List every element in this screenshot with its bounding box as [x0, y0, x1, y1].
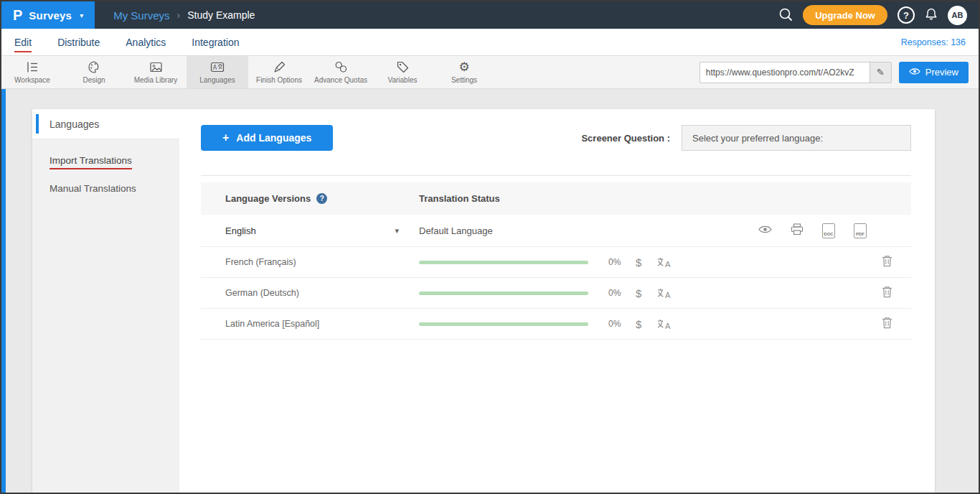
upgrade-now-button[interactable]: Upgrade Now: [803, 5, 887, 25]
paid-translation-icon[interactable]: $: [636, 256, 641, 269]
search-button[interactable]: [778, 7, 793, 24]
topbar-actions: Upgrade Now ? AB: [778, 5, 979, 25]
notifications-button[interactable]: [925, 7, 938, 23]
col-language-versions: Language Versions ?: [201, 193, 419, 204]
language-name: French (Français): [225, 257, 296, 267]
svg-text:A: A: [665, 321, 671, 330]
edit-url-button[interactable]: ✎: [870, 62, 891, 83]
content-area: Languages Import Translations Manual Tra…: [1, 89, 979, 493]
screener-question-select[interactable]: Select your preferred language:: [682, 125, 911, 151]
language-name: Latin America [Español]: [225, 319, 319, 329]
delete-language-button[interactable]: [882, 317, 911, 331]
translate-icon[interactable]: A: [657, 319, 672, 330]
translation-percent: 0%: [608, 288, 628, 298]
palette-icon: [88, 60, 101, 74]
toolbar-item-media-library[interactable]: Media Library: [125, 56, 187, 88]
toolbar-item-settings[interactable]: ⚙ Settings: [433, 56, 495, 88]
translation-progress-bar: [419, 292, 588, 295]
language-row: German (Deutsch) 0% $ A: [201, 278, 911, 309]
trash-icon: [882, 255, 892, 269]
paid-translation-icon[interactable]: $: [636, 318, 641, 330]
left-accent-strip: [1, 89, 6, 493]
paid-translation-icon[interactable]: $: [636, 287, 641, 299]
gear-icon: ⚙: [458, 60, 469, 74]
sidebar-item-import-translations[interactable]: Import Translations: [32, 146, 179, 174]
language-row: French (Français) 0% $ A: [201, 247, 911, 278]
user-avatar[interactable]: AB: [948, 6, 967, 25]
preview-button[interactable]: Preview: [899, 62, 969, 83]
active-section-accent: [36, 114, 39, 134]
tab-integration[interactable]: Integration: [192, 37, 239, 48]
svg-text:A: A: [665, 259, 671, 268]
delete-language-button[interactable]: [882, 286, 911, 300]
language-name: German (Deutsch): [225, 288, 299, 298]
workspace-icon: [26, 60, 39, 74]
chevron-down-icon: ▾: [395, 226, 399, 236]
default-row-actions: DOC PDF: [758, 223, 911, 238]
trash-icon: [882, 286, 892, 300]
help-button[interactable]: ?: [897, 6, 915, 24]
chevron-down-icon: ▾: [80, 11, 83, 19]
survey-url-box: ✎: [699, 62, 892, 83]
sidebar-item-manual-translations[interactable]: Manual Translations: [32, 174, 179, 202]
language-rows: French (Français) 0% $ A German (Deutsch…: [201, 247, 911, 340]
languages-top-row: + Add Languages Screener Question : Sele…: [201, 125, 911, 151]
toolbar-item-languages[interactable]: A Languages: [187, 56, 248, 88]
topbar: P Surveys ▾ My Surveys › Study Example U…: [1, 1, 979, 29]
toolbar-item-advance-quotas[interactable]: Advance Quotas: [310, 56, 372, 88]
linked-rings-icon: [334, 60, 348, 74]
default-language-name: English: [225, 225, 256, 236]
side-panel-title: Languages: [50, 118, 99, 130]
default-language-row: English ▾ Default Language: [201, 215, 911, 247]
col-translation-status: Translation Status: [419, 193, 911, 204]
print-icon[interactable]: [791, 223, 804, 238]
svg-text:A: A: [665, 290, 671, 299]
questionpro-logo: P: [13, 7, 22, 24]
screener-question-group: Screener Question : Select your preferre…: [581, 125, 911, 151]
side-panel-body: Import Translations Manual Translations: [32, 139, 179, 493]
languages-table: Language Versions ? Translation Status E…: [201, 175, 911, 340]
languages-side-panel: Languages Import Translations Manual Tra…: [32, 109, 179, 493]
breadcrumb-my-surveys[interactable]: My Surveys: [113, 9, 169, 22]
toolbar-right: ✎ Preview: [699, 56, 979, 88]
image-icon: [149, 60, 163, 74]
add-languages-button[interactable]: + Add Languages: [201, 125, 333, 151]
toolbar-item-design[interactable]: Design: [63, 56, 125, 88]
tab-distribute[interactable]: Distribute: [57, 37, 100, 48]
tab-analytics[interactable]: Analytics: [126, 37, 166, 48]
edit-toolbar: Workspace Design Media Library A Languag…: [1, 56, 979, 89]
default-language-status: Default Language: [419, 225, 493, 236]
tab-edit[interactable]: Edit: [14, 37, 32, 48]
delete-language-button[interactable]: [882, 255, 911, 269]
toolbar-item-variables[interactable]: Variables: [372, 56, 433, 88]
export-pdf-icon[interactable]: PDF: [854, 223, 867, 238]
translate-icon[interactable]: A: [657, 257, 672, 268]
toolbar-item-workspace[interactable]: Workspace: [1, 56, 63, 88]
pencil-icon: ✎: [877, 67, 885, 78]
product-label: Surveys: [29, 9, 72, 22]
side-panel-header: Languages: [32, 109, 179, 139]
plus-icon: +: [222, 131, 229, 144]
toolbar-item-finish-options[interactable]: Finish Options: [248, 56, 310, 88]
translation-progress-bar: [419, 322, 588, 326]
eye-icon: [909, 67, 920, 78]
language-row: Latin America [Español] 0% $ A: [201, 309, 911, 340]
export-doc-icon[interactable]: DOC: [822, 223, 835, 238]
survey-section-nav: Edit Distribute Analytics Integration Re…: [1, 29, 979, 56]
help-icon[interactable]: ?: [316, 193, 327, 204]
breadcrumb-separator-icon: ›: [177, 9, 181, 21]
default-language-select[interactable]: English ▾: [201, 225, 419, 236]
languages-card: Languages Import Translations Manual Tra…: [32, 109, 935, 493]
screener-question-label: Screener Question :: [581, 133, 670, 144]
translate-box-icon: A: [210, 60, 225, 74]
bell-icon: [925, 7, 938, 23]
search-icon: [778, 7, 793, 24]
breadcrumb-current: Study Example: [187, 9, 255, 21]
responses-count[interactable]: Responses: 136: [901, 37, 966, 47]
tag-icon: [396, 60, 410, 74]
translation-percent: 0%: [608, 257, 628, 267]
translate-icon[interactable]: A: [657, 288, 672, 299]
product-switcher[interactable]: P Surveys ▾: [1, 1, 95, 29]
survey-url-input[interactable]: [700, 67, 870, 78]
view-survey-icon[interactable]: [758, 225, 772, 236]
